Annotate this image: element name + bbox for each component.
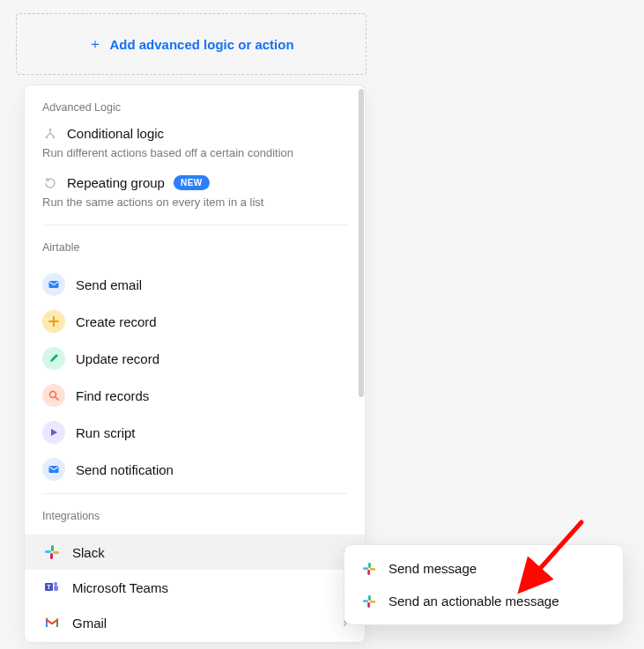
action-run-script[interactable]: Run script	[42, 414, 347, 451]
slack-icon	[360, 562, 378, 576]
search-icon	[42, 384, 65, 407]
sub-item-label: Send an actionable message	[389, 594, 559, 608]
integration-slack[interactable]: Slack ›	[25, 535, 365, 570]
logic-item-title: Repeating group	[67, 175, 165, 190]
divider	[42, 493, 347, 494]
action-find-records[interactable]: Find records	[42, 377, 347, 414]
section-title-airtable: Airtable	[42, 241, 347, 254]
action-send-email[interactable]: Send email	[42, 266, 347, 303]
envelope-icon	[42, 458, 65, 481]
action-label: Send notification	[76, 462, 174, 477]
svg-rect-14	[368, 562, 371, 567]
slack-icon	[360, 594, 378, 608]
svg-text:T: T	[47, 584, 51, 590]
svg-rect-15	[370, 568, 375, 571]
logic-item-desc: Run different actions based off a certai…	[42, 146, 347, 159]
svg-point-12	[54, 582, 57, 586]
svg-rect-20	[367, 601, 370, 607]
add-advanced-logic-button[interactable]: ＋ Add advanced logic or action	[16, 13, 366, 75]
action-label: Create record	[76, 314, 157, 329]
svg-rect-7	[53, 551, 59, 554]
new-badge: NEW	[174, 175, 210, 190]
sub-item-label: Send message	[389, 561, 477, 576]
svg-rect-19	[370, 601, 375, 603]
svg-rect-6	[51, 545, 54, 551]
repeat-icon	[42, 176, 58, 190]
slack-submenu: Send message Send an actionable message	[344, 544, 624, 625]
svg-rect-17	[363, 567, 368, 570]
teams-icon: T	[42, 579, 62, 595]
action-label: Find records	[76, 388, 149, 403]
action-label: Update record	[76, 351, 159, 366]
plus-icon: ＋	[88, 35, 102, 54]
svg-point-0	[49, 128, 52, 130]
integration-gmail[interactable]: Gmail ›	[25, 605, 365, 640]
sub-send-actionable-message[interactable]: Send an actionable message	[352, 585, 616, 617]
logic-item-conditional[interactable]: Conditional logic Run different actions …	[42, 126, 347, 159]
svg-rect-9	[45, 550, 51, 553]
svg-rect-13	[54, 586, 58, 591]
logic-item-repeating-group[interactable]: Repeating group NEW Run the same actions…	[42, 175, 347, 209]
action-update-record[interactable]: Update record	[42, 340, 347, 377]
sub-send-message[interactable]: Send message	[352, 552, 616, 585]
action-picker-panel: Advanced Logic Conditional logic Run dif…	[24, 85, 366, 643]
action-send-notification[interactable]: Send notification	[42, 451, 347, 488]
svg-point-1	[46, 136, 48, 138]
action-label: Run script	[76, 425, 136, 440]
integration-label: Slack	[72, 545, 105, 560]
logic-item-desc: Run the same actions on every item in a …	[42, 195, 347, 209]
svg-rect-8	[50, 553, 53, 559]
divider	[42, 225, 347, 225]
envelope-icon	[42, 273, 65, 296]
slack-icon	[42, 544, 62, 560]
action-label: Send email	[76, 277, 142, 292]
svg-rect-18	[368, 594, 371, 600]
action-create-record[interactable]: Create record	[42, 303, 347, 340]
integration-teams[interactable]: T Microsoft Teams ›	[25, 570, 365, 605]
play-icon	[42, 421, 65, 444]
add-button-label: Add advanced logic or action	[109, 37, 293, 52]
logic-item-title: Conditional logic	[67, 126, 164, 141]
plus-circle-icon	[42, 310, 65, 333]
section-title-advanced-logic: Advanced Logic	[42, 101, 347, 114]
pencil-icon	[42, 347, 65, 370]
svg-point-2	[53, 136, 56, 138]
svg-rect-16	[367, 569, 370, 574]
scrollbar-thumb[interactable]	[359, 89, 364, 397]
gmail-icon	[42, 615, 62, 631]
branch-icon	[42, 127, 58, 141]
integration-label: Microsoft Teams	[72, 580, 168, 595]
section-title-integrations: Integrations	[42, 510, 347, 522]
integration-label: Gmail	[72, 616, 107, 631]
svg-rect-21	[363, 600, 368, 602]
